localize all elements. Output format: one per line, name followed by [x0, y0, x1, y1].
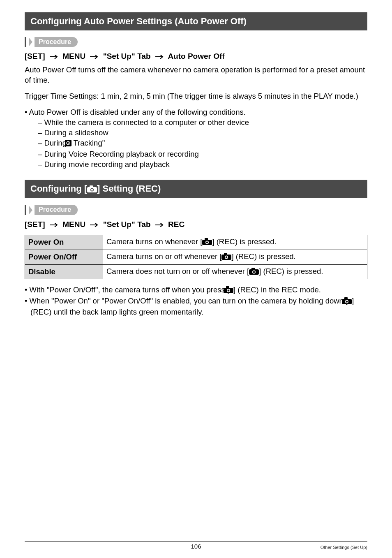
arrow-right-icon	[90, 223, 98, 227]
bullet-level1: • When "Power On" or "Power On/Off" is e…	[25, 296, 367, 317]
table-row: Power On/Off Camera turns on or off when…	[25, 250, 367, 264]
camera-icon	[87, 183, 97, 196]
procedure-pill: Procedure	[35, 205, 78, 215]
path-setup-tab: "Set Up" Tab	[103, 220, 151, 229]
arrow-right-icon	[155, 223, 164, 227]
bullet-level2: – During Voice Recording playback or rec…	[25, 149, 367, 160]
arrow-right-icon	[90, 55, 98, 59]
page-footer: 106 Other Settings (Set Up)	[25, 541, 367, 551]
menu-path-auto-power-off: [SET] MENU "Set Up" Tab Auto Power Off	[25, 51, 367, 62]
footer-section-name: Other Settings (Set Up)	[321, 544, 367, 551]
path-set: [SET]	[25, 220, 45, 229]
row-value: Camera turns on or off whenever [] (REC)…	[103, 250, 367, 264]
row-value: Camera turns on whenever [] (REC) is pre…	[103, 235, 367, 250]
bullet-level1: • With "Power On/Off", the camera turns …	[25, 285, 367, 296]
row-label-power-on: Power On	[25, 235, 103, 250]
section-header-auto-power-off: Configuring Auto Power Settings (Auto Po…	[25, 12, 367, 30]
table-row: Power On Camera turns on whenever [] (RE…	[25, 235, 367, 250]
row-label-disable: Disable	[25, 264, 103, 279]
bullet-level2: – During a slideshow	[25, 128, 367, 138]
path-auto-power-off: Auto Power Off	[168, 52, 224, 60]
path-menu: MENU	[62, 220, 85, 229]
arrow-right-icon	[50, 223, 58, 227]
arrow-right-icon	[155, 55, 164, 59]
path-setup-tab: "Set Up" Tab	[103, 52, 151, 60]
camera-icon	[202, 238, 212, 248]
procedure-label-row: Procedure	[25, 205, 367, 215]
path-menu: MENU	[62, 52, 85, 60]
menu-path-rec: [SET] MENU "Set Up" Tab REC	[25, 219, 367, 230]
row-label-power-onoff: Power On/Off	[25, 250, 103, 264]
chevron-right-icon	[29, 206, 33, 215]
rec-settings-table: Power On Camera turns on whenever [] (RE…	[25, 235, 367, 280]
table-row: Disable Camera does not turn on or off w…	[25, 264, 367, 279]
procedure-pill: Procedure	[35, 37, 78, 47]
path-set: [SET]	[25, 52, 45, 60]
bullet-level1: • Auto Power Off is disabled under any o…	[25, 107, 367, 118]
path-rec: REC	[168, 220, 184, 229]
procedure-bar	[25, 205, 26, 215]
bullet-level2: – While the camera is connected to a com…	[25, 118, 367, 128]
bullet-level2: – During " Tracking"	[25, 138, 367, 149]
camera-icon	[229, 286, 233, 296]
camera-icon	[348, 297, 352, 307]
camera-icon	[249, 267, 259, 278]
bullet-level2: – During movie recording and playback	[25, 160, 367, 170]
procedure-bar	[25, 37, 26, 47]
body-text: Auto Power Off turns off the camera when…	[25, 65, 367, 86]
page-number: 106	[191, 542, 201, 551]
chevron-right-icon	[29, 37, 33, 46]
body-text: Trigger Time Settings: 1 min, 2 min, 5 m…	[25, 91, 367, 102]
camera-icon	[221, 252, 231, 263]
row-value: Camera does not turn on or off whenever …	[103, 264, 367, 279]
section-header-rec-setting: Configuring [] Setting (REC)	[25, 180, 367, 199]
arrow-right-icon	[50, 55, 58, 59]
procedure-label-row: Procedure	[25, 37, 367, 47]
